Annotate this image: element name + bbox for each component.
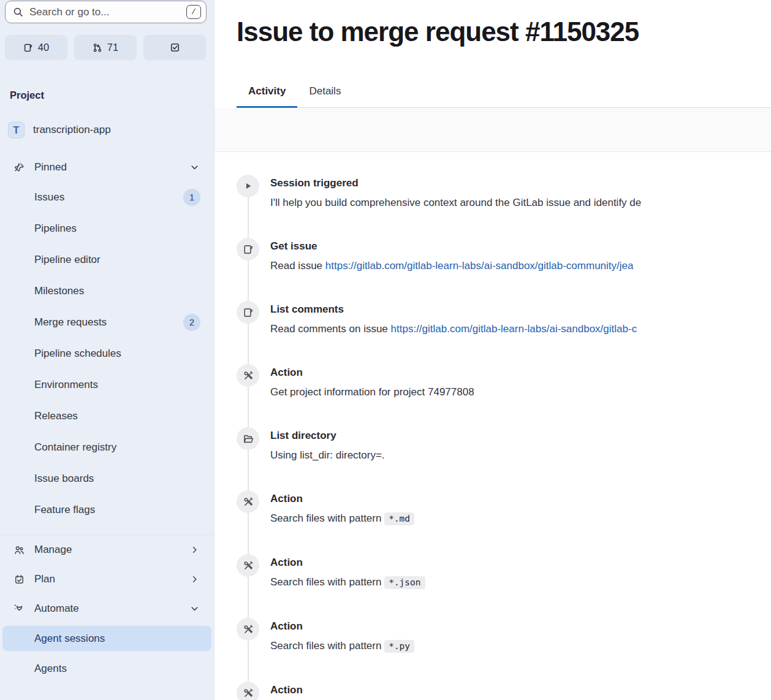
tab-bar: Activity Details — [237, 85, 771, 108]
chevron-right-icon — [190, 575, 199, 584]
assigned-issues-button[interactable]: 40 — [5, 35, 67, 60]
sidebar-item-label: Plan — [34, 573, 55, 585]
sidebar-item-automate[interactable]: Automate — [0, 594, 214, 623]
tools-icon — [237, 490, 259, 513]
pattern-chip: *.json — [384, 576, 425, 589]
entry-text: Read comments on issue — [270, 323, 391, 335]
users-icon — [13, 544, 25, 555]
todo-check-icon — [170, 42, 180, 53]
merge-request-icon — [93, 43, 102, 53]
play-icon — [237, 175, 259, 197]
entry-text: Search files with pattern — [270, 576, 384, 588]
merge-requests-count: 71 — [107, 42, 118, 53]
entry-title: Action — [270, 492, 414, 506]
sidebar-item-label: Container registry — [34, 441, 116, 454]
sidebar-item-issues[interactable]: Issues 1 — [0, 181, 214, 213]
pin-icon — [13, 162, 25, 173]
sidebar-item-milestones[interactable]: Milestones — [0, 275, 214, 306]
issues-count: 40 — [38, 42, 49, 53]
slash-shortcut-key: / — [186, 5, 201, 19]
entry-description: Read comments on issue https://gitlab.co… — [270, 321, 637, 337]
pinned-items-list: Issues 1 Pipelines Pipeline editor Miles… — [0, 181, 214, 525]
sidebar-item-label: Pipeline editor — [34, 254, 101, 266]
timeline-entry-list-directory: List directory Using list_dir: directory… — [237, 427, 771, 463]
sidebar-item-label: Environments — [34, 379, 98, 391]
issues-icon — [23, 43, 33, 53]
sidebar-item-label: Releases — [34, 410, 78, 422]
search-icon — [13, 7, 23, 17]
sidebar-group-pinned[interactable]: Pinned — [0, 155, 214, 180]
sidebar-item-plan[interactable]: Plan — [0, 565, 214, 594]
entry-text: Search files with pattern — [270, 640, 384, 652]
sidebar-item-agent-sessions[interactable]: Agent sessions — [2, 626, 211, 651]
sidebar-item-pipeline-editor[interactable]: Pipeline editor — [0, 244, 214, 275]
timeline-entry-action-search-js: Action Search files with pattern *.js — [237, 682, 771, 700]
chevron-down-icon — [190, 163, 199, 172]
counter-buttons: 40 71 — [5, 35, 206, 60]
todo-list-button[interactable] — [143, 35, 206, 60]
sidebar-item-environments[interactable]: Environments — [0, 369, 214, 400]
sidebar-item-label: Milestones — [34, 285, 84, 297]
sidebar-item-label: Issues — [34, 191, 64, 204]
sidebar-item-agents[interactable]: Agents — [0, 654, 214, 683]
tools-icon — [237, 554, 259, 577]
tab-details[interactable]: Details — [297, 85, 352, 108]
entry-title: Action — [270, 683, 414, 698]
sidebar-item-label: Feature flags — [34, 504, 95, 516]
search-placeholder: Search or go to... — [29, 6, 186, 18]
project-name: transcription-app — [33, 124, 111, 136]
issue-link[interactable]: https://gitlab.com/gitlab-learn-labs/ai-… — [325, 260, 634, 272]
sidebar-item-pipeline-schedules[interactable]: Pipeline schedules — [0, 338, 214, 369]
sidebar-item-manage[interactable]: Manage — [0, 535, 214, 565]
page-title: Issue to merge request #1150325 — [237, 17, 771, 47]
activity-timeline: Session triggered I'll help you build co… — [237, 175, 771, 700]
entry-description: Search files with pattern *.py — [270, 637, 414, 655]
entry-text: Search files with pattern — [270, 512, 384, 524]
entry-description: Search files with pattern *.json — [270, 574, 425, 591]
timeline-entry-action-search-md: Action Search files with pattern *.md — [237, 490, 771, 527]
entry-title: Action — [270, 619, 414, 634]
sidebar-item-label: Manage — [34, 544, 72, 556]
entry-title: List directory — [270, 428, 385, 443]
sidebar-item-issue-boards[interactable]: Issue boards — [0, 463, 214, 494]
merge-requests-button[interactable]: 71 — [74, 35, 137, 60]
entry-description: Get project information for project 7497… — [270, 384, 474, 400]
tab-activity[interactable]: Activity — [237, 85, 297, 108]
merge-requests-count-badge: 2 — [183, 314, 200, 331]
sidebar-item-label: Agent sessions — [34, 633, 105, 645]
entry-title: Session triggered — [270, 176, 641, 191]
tools-icon — [237, 682, 259, 700]
sidebar-item-label: Merge requests — [34, 316, 107, 329]
sidebar-item-merge-requests[interactable]: Merge requests 2 — [0, 306, 214, 338]
sidebar-item-container-registry[interactable]: Container registry — [0, 432, 214, 463]
sidebar-item-releases[interactable]: Releases — [0, 400, 214, 432]
project-avatar: T — [8, 122, 25, 139]
sidebar-item-label: Agents — [34, 663, 67, 675]
activity-panel-header — [215, 108, 771, 152]
issue-link[interactable]: https://gitlab.com/gitlab-learn-labs/ai-… — [391, 323, 637, 335]
entry-title: Action — [270, 555, 425, 570]
timeline-entry-list-comments: List comments Read comments on issue htt… — [237, 301, 771, 337]
timeline-entry-action-search-py: Action Search files with pattern *.py — [237, 618, 771, 655]
chevron-down-icon — [190, 604, 199, 614]
sidebar-item-feature-flags[interactable]: Feature flags — [0, 494, 214, 525]
folder-open-icon — [237, 427, 259, 450]
sidebar-item-pipelines[interactable]: Pipelines — [0, 213, 214, 244]
entry-description: I'll help you build comprehensive contex… — [270, 194, 641, 211]
sidebar-item-label: Issue boards — [34, 473, 94, 485]
timeline-entry-get-issue: Get issue Read issue https://gitlab.com/… — [237, 238, 771, 274]
search-input[interactable]: Search or go to... / — [5, 1, 207, 23]
sidebar-item-label: Pipelines — [34, 223, 77, 235]
pattern-chip: *.py — [384, 640, 414, 653]
tools-icon — [237, 618, 259, 641]
pinned-label: Pinned — [34, 161, 67, 173]
project-switcher[interactable]: T transcription-app — [0, 118, 214, 142]
left-sidebar: Search or go to... / 40 — [0, 0, 215, 700]
calendar-check-icon — [13, 574, 25, 585]
project-section-label: Project — [10, 88, 214, 102]
tools-icon — [237, 364, 259, 387]
issues-count-badge: 1 — [183, 189, 200, 206]
entry-text: Read issue — [270, 260, 325, 272]
pattern-chip: *.md — [384, 512, 414, 525]
ai-tanuki-icon — [13, 603, 25, 614]
